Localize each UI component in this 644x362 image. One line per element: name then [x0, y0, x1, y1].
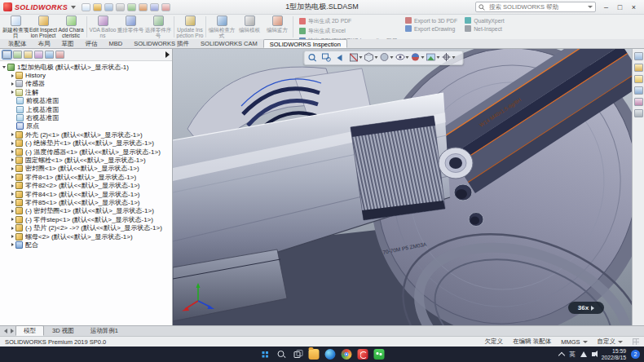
tree-item-component[interactable]: 固定螺栓<1> (默认<<默认>_显示状态-1>)	[11, 156, 172, 164]
tree-item-component[interactable]: 密封圈<1> (默认<<默认>_显示状态-1>)	[11, 165, 172, 173]
tree-item-component[interactable]: (-) 零件step<1> (默认<<默认>_显示状态-1>)	[11, 215, 172, 223]
expand-icon[interactable]	[11, 210, 14, 213]
tree-item-component[interactable]: 零件84<1> (默认<<默认>_显示状态-1>)	[11, 190, 172, 198]
tab-solidworks-addins[interactable]: SOLIDWORKS 插件	[128, 39, 195, 48]
expand-icon[interactable]	[11, 90, 14, 94]
tree-item-sensors[interactable]: 传感器	[11, 80, 172, 88]
expand-icon[interactable]	[11, 243, 14, 246]
custom-dropdown[interactable]: 自定义	[598, 338, 624, 346]
network-icon[interactable]	[580, 351, 587, 357]
zoom-to-area-icon[interactable]	[322, 54, 330, 61]
open-button[interactable]	[93, 3, 102, 11]
tree-item-component[interactable]: 零件85<1> (默认<<默认>_显示状态-1>)	[11, 198, 172, 206]
tag-icon[interactable]	[633, 338, 639, 345]
tabs-scroll-right-icon[interactable]	[11, 329, 14, 333]
update-inspection-project-button[interactable]: Update Inspection Project	[176, 15, 204, 39]
task-view-icon[interactable]	[293, 349, 303, 360]
tree-item-front-plane[interactable]: 前视基准面	[11, 97, 172, 105]
edit-appearance-icon[interactable]	[411, 54, 423, 61]
save-button[interactable]	[104, 3, 113, 11]
minimize-button[interactable]: –	[599, 2, 613, 13]
taskbar-clock[interactable]: 15:59 2022/8/15	[602, 348, 626, 360]
print-button[interactable]	[116, 3, 125, 11]
redo-button[interactable]	[139, 3, 148, 11]
tab-model[interactable]: 模型	[15, 325, 44, 336]
edit-inspection-plan-button[interactable]: 编辑监方	[263, 15, 291, 39]
expand-icon[interactable]	[11, 74, 14, 77]
net-inspect-button[interactable]: Net-Inspect	[465, 25, 504, 32]
view-orientation-icon[interactable]	[364, 53, 377, 62]
expand-icon[interactable]	[11, 133, 14, 136]
apply-scene-icon[interactable]	[426, 54, 439, 60]
appearances-icon[interactable]	[634, 98, 643, 106]
expand-icon[interactable]	[11, 235, 14, 238]
view-settings-icon[interactable]	[442, 53, 455, 61]
display-style-icon[interactable]	[380, 54, 393, 61]
edge-browser-icon[interactable]	[325, 349, 336, 360]
tab-solidworks-inspection[interactable]: SOLIDWORKS Inspection	[263, 39, 347, 48]
expand-icon[interactable]	[11, 142, 14, 145]
file-explorer-taskbar-icon[interactable]	[309, 349, 320, 360]
tree-item-component[interactable]: (-) 温度传感器<1> (默认<<默认>_显示状态-1>)	[11, 148, 172, 156]
tree-item-right-plane[interactable]: 右视基准面	[11, 113, 172, 121]
model-center-boss[interactable]	[439, 148, 473, 179]
tab-layout[interactable]: 布局	[33, 39, 56, 48]
expand-icon[interactable]	[11, 201, 14, 204]
tab-solidworks-cam[interactable]: SOLIDWORKS CAM	[195, 39, 263, 48]
section-view-icon[interactable]	[350, 54, 362, 61]
expand-icon[interactable]	[11, 192, 14, 196]
tree-item-component[interactable]: (-) 密封垫圈<1> (默认<<默认>_显示状态-1>)	[11, 207, 172, 215]
chrome-browser-icon[interactable]	[342, 349, 352, 360]
export-excel-button[interactable]: 导出生成 Excel	[299, 27, 398, 35]
view-palette-icon[interactable]	[634, 86, 643, 95]
hide-show-items-icon[interactable]	[395, 55, 408, 60]
select-part-number-button[interactable]: 选择零件序号	[144, 15, 172, 39]
inspection-manager-tab-icon[interactable]	[55, 51, 64, 59]
zoom-fit-icon[interactable]	[309, 55, 316, 62]
tree-item-component[interactable]: (-) 绝缘垫片<1> (默认<<默认>_显示状态-1>)	[11, 139, 172, 148]
export-edrawing-button[interactable]: Export eDrawing	[405, 25, 457, 32]
display-manager-tab-icon[interactable]	[45, 51, 54, 59]
propertymanager-tab-icon[interactable]	[13, 51, 22, 59]
start-button[interactable]	[260, 349, 271, 360]
expand-icon[interactable]	[11, 82, 14, 86]
panel-flyout-arrow-icon[interactable]	[165, 51, 170, 58]
vda-balloons-button[interactable]: VDA Balloons	[89, 15, 117, 39]
wechat-icon[interactable]	[374, 349, 385, 360]
new-document-button[interactable]	[82, 3, 90, 11]
maximize-button[interactable]: □	[613, 2, 627, 13]
new-inspection-project-button[interactable]: 新建检查项目	[2, 15, 29, 39]
design-library-icon[interactable]	[634, 64, 643, 72]
notification-count-badge[interactable]: 2	[631, 350, 640, 359]
reorder-part-number-button[interactable]: 重排零件号	[117, 15, 144, 39]
options-button[interactable]	[161, 3, 170, 11]
tab-motion-study[interactable]: 运动算例1	[82, 325, 126, 336]
export-2d-pdf-button[interactable]: 导出生成 2D PDF	[299, 17, 398, 25]
dimxpert-manager-tab-icon[interactable]	[34, 51, 43, 59]
performance-indicator-badge[interactable]: 36x	[568, 302, 604, 314]
tree-item-origin[interactable]: 原点	[11, 122, 172, 130]
tree-item-component[interactable]: 螺母<2> (默认<<默认>_显示状态-1>)	[11, 232, 172, 241]
undo-button[interactable]	[127, 3, 136, 11]
edit-check-method-button[interactable]: 编辑检查方式	[208, 15, 236, 39]
expand-icon[interactable]	[11, 158, 14, 161]
tab-mbd[interactable]: MBD	[104, 39, 129, 48]
tree-item-component[interactable]: (-) 垫片 (2)<2> ->? (默认<<默认>_显示状态-1>)	[11, 223, 172, 232]
tree-item-history[interactable]: History	[11, 71, 172, 79]
tray-expand-chevron-icon[interactable]	[558, 351, 565, 358]
taskbar-search-icon[interactable]	[276, 349, 287, 360]
tab-3d-views[interactable]: 3D 视图	[44, 325, 82, 336]
tree-item-annotations[interactable]: 注解	[11, 88, 172, 96]
tree-item-component[interactable]: 零件82<2> (默认<<默认>_显示状态-1>)	[11, 181, 172, 189]
tab-assembly[interactable]: 装配体	[2, 39, 33, 48]
search-input[interactable]	[487, 2, 585, 11]
edit-template-button[interactable]: 编辑模板	[236, 15, 263, 39]
expand-icon[interactable]	[11, 150, 14, 153]
tab-evaluate[interactable]: 评估	[80, 39, 104, 48]
input-language-indicator[interactable]: 英	[569, 351, 576, 359]
tree-item-component[interactable]: 外壳 (2)<1> (默认<<默认>_显示状态-1>)	[11, 130, 172, 139]
tabs-scroll-left-icon[interactable]	[4, 329, 7, 333]
search-scope-dropdown-icon[interactable]	[588, 6, 593, 8]
custom-properties-icon[interactable]	[634, 109, 643, 117]
collapse-icon[interactable]	[2, 66, 6, 68]
